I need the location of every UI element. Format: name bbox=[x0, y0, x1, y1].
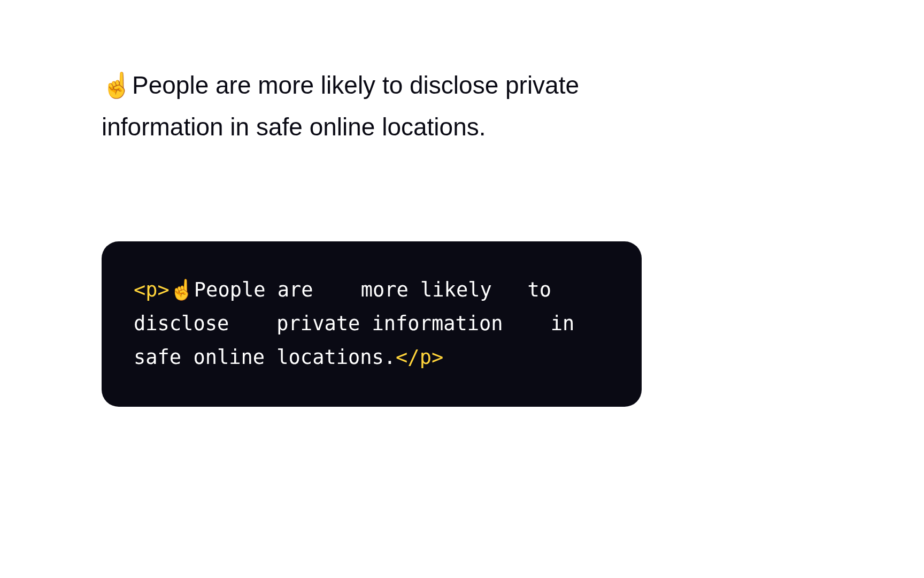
main-paragraph: ☝️People are more likely to disclose pri… bbox=[102, 64, 642, 148]
paragraph-text: People are more likely to disclose priva… bbox=[102, 71, 579, 141]
code-open-tag: <p> bbox=[134, 278, 170, 301]
code-block: <p>☝️People are more likely to disclose … bbox=[102, 241, 642, 407]
code-text: People are more likely to disclose priva… bbox=[134, 278, 587, 369]
code-emoji: ☝️ bbox=[170, 278, 194, 301]
code-close-tag: </p> bbox=[396, 346, 443, 369]
pointing-up-icon: ☝️ bbox=[102, 71, 132, 99]
code-content: <p>☝️People are more likely to disclose … bbox=[134, 273, 610, 375]
